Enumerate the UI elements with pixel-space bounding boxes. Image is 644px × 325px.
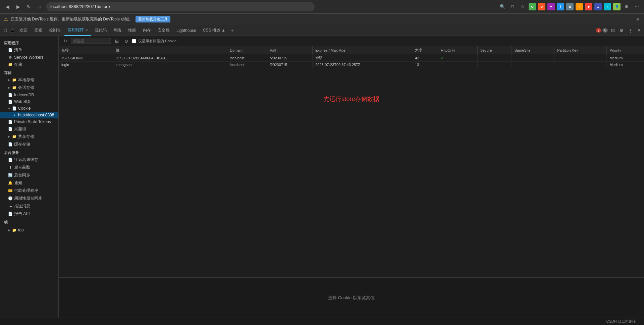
tab-application[interactable]: 应用程序 ✕	[64, 25, 91, 36]
sidebar-item-push-messages[interactable]: ☁ 推送消息	[0, 202, 58, 210]
sidebar-item-private-state[interactable]: 📄 Private State Tokens	[0, 118, 58, 125]
sidebar-item-local-storage[interactable]: ▶ 📁 本地存储	[0, 76, 58, 84]
tab-welcome[interactable]: 欢迎	[16, 25, 31, 36]
ext-icon-8[interactable]: 1	[594, 3, 602, 10]
tab-search-icon[interactable]: □	[508, 3, 517, 11]
table-row[interactable]: JSESSIONIDD5936CFB2B8A686FAF0BA3...local…	[59, 54, 644, 62]
forward-button[interactable]: ▶	[14, 3, 22, 11]
web-sql-icon: 📄	[8, 99, 13, 104]
add-tab-button[interactable]: ＋	[229, 27, 236, 34]
reload-button[interactable]: ↻	[25, 3, 33, 11]
ext-icon-1[interactable]: G	[529, 3, 536, 10]
browser-menu-icon[interactable]: ⋯	[633, 3, 641, 11]
sidebar-service-workers-label: Service Workers	[14, 55, 44, 60]
sidebar-item-shared-storage[interactable]: ▶ 📁 共享存储	[0, 133, 58, 141]
sidebar-item-notifications[interactable]: 🔔 通知	[0, 179, 58, 187]
ext-icon-3[interactable]: ✦	[547, 3, 555, 10]
cookie-filter-input[interactable]	[71, 38, 111, 44]
sidebar-item-cache-storage[interactable]: 📄 缓存存储	[0, 141, 58, 148]
tab-lighthouse[interactable]: Lighthouse	[173, 25, 200, 36]
main-content: ↻ ⊞ ⊘ 仅显示有问题的 Cookie 名称 值 Domain	[59, 36, 644, 318]
ext-icon-9[interactable]: ↑	[604, 3, 611, 10]
local-storage-arrow: ▶	[8, 78, 10, 82]
sidebar-item-reporting-api[interactable]: 📄 报告 API	[0, 210, 58, 218]
sidebar-item-service-workers[interactable]: ⚙ Service Workers	[0, 54, 58, 61]
table-row[interactable]: loginzhangsanlocalhost/202307152023-07-2…	[59, 62, 644, 68]
tab-memory[interactable]: 内存	[140, 25, 154, 36]
cookie-arrow: ▶	[8, 107, 11, 109]
sidebar-item-cookie-section[interactable]: ▶ 📄 Cookie	[0, 105, 58, 112]
tab-network[interactable]: 网络	[110, 25, 125, 36]
address-bar[interactable]: localhost:8888/20230715/store	[46, 2, 315, 11]
device-toolbar-button[interactable]: 📱	[9, 27, 16, 34]
ext-icon-6[interactable]: ≡	[576, 3, 583, 10]
table-cell: zhangsan	[113, 62, 227, 68]
table-cell: localhost	[227, 62, 267, 68]
ext-icon-7[interactable]: ▶	[585, 3, 592, 10]
clear-cookies-button[interactable]: ⊘	[122, 37, 130, 45]
back-button[interactable]: ◀	[3, 3, 11, 11]
sidebar-item-storage-overview[interactable]: 📁 存储	[0, 61, 58, 68]
sidebar-item-background-fetch[interactable]: ⬇ 后台获取	[0, 164, 58, 171]
close-notification-button[interactable]: ✕	[636, 17, 640, 22]
tab-css-overview[interactable]: CSS 概述 ▲	[200, 25, 229, 36]
dock-side-button[interactable]: ⊡	[609, 27, 616, 34]
ext-icon-10[interactable]: 👤	[613, 3, 621, 10]
tab-elements[interactable]: 元素	[31, 25, 46, 36]
table-cell	[477, 54, 512, 62]
sidebar-notifications-label: 通知	[14, 180, 22, 186]
ext-icon-5[interactable]: ⊞	[566, 3, 574, 10]
bookmark-icon[interactable]: ☆	[519, 3, 527, 11]
table-cell	[554, 62, 607, 68]
inspect-element-button[interactable]: ⬡	[1, 27, 9, 34]
table-cell: 会话	[313, 54, 412, 62]
devtools-tab-bar: ⬡ 📱 欢迎 元素 控制台 应用程序 ✕ 源代码 网络 性能 内存 安全性	[0, 25, 644, 36]
show-issues-label[interactable]: 仅显示有问题的 Cookie	[138, 39, 176, 44]
url-text: localhost:8888/20230715/store	[50, 4, 110, 9]
manifest-icon: 📄	[8, 48, 13, 53]
tab-performance[interactable]: 性能	[125, 25, 140, 36]
filter-options-button[interactable]: ⊞	[113, 37, 120, 45]
sidebar-manifest-label: 清单	[14, 47, 22, 53]
sidebar-item-background-sync[interactable]: 🔄 后台同步	[0, 171, 58, 179]
sidebar-item-web-sql[interactable]: 📄 Web SQL	[0, 98, 58, 105]
sidebar-push-messages-label: 推送消息	[14, 203, 30, 209]
sidebar-item-periodic-sync[interactable]: 🕐 周期性后台同步	[0, 195, 58, 202]
tab-welcome-label: 欢迎	[19, 28, 28, 33]
sidebar-private-state-label: Private State Tokens	[14, 119, 51, 124]
sidebar-item-payment-handler[interactable]: 💳 付款处理程序	[0, 187, 58, 195]
ext-icon-4[interactable]: i	[557, 3, 564, 10]
table-cell: JSESSIONID	[59, 54, 113, 62]
devtools-settings-icon[interactable]: ⚙	[623, 3, 631, 11]
cookie-toolbar: ↻ ⊞ ⊘ 仅显示有问题的 Cookie	[59, 36, 644, 46]
sidebar-item-cookie-localhost[interactable]: ● http://localhost:8888	[0, 112, 58, 118]
sidebar-section-frames: 帧	[0, 218, 58, 225]
reload-devtools-button[interactable]: 重新加载开发工具	[136, 16, 170, 22]
cookie-preview: 选择 Cookie 以预览其值	[59, 277, 644, 318]
cookie-table-header-row: 名称 值 Domain Path Expires / Max-Age 大小 Ht…	[59, 46, 644, 54]
sidebar-storage-label: 存储	[14, 62, 22, 67]
sidebar-item-session-storage[interactable]: ▶ 📁 会话存储	[0, 84, 58, 92]
sidebar-item-back-forward[interactable]: 📄 往返高速缓存	[0, 156, 58, 164]
sidebar-item-manifest[interactable]: 📄 清单	[0, 46, 58, 54]
sidebar-item-interest-groups[interactable]: 📄 兴趣组	[0, 125, 58, 133]
tab-security[interactable]: 安全性	[154, 25, 173, 36]
more-tools-button[interactable]: ⋮	[627, 27, 634, 34]
show-issues-checkbox[interactable]	[132, 39, 136, 43]
ext-icon-2[interactable]: D	[538, 3, 545, 10]
table-cell	[512, 62, 554, 68]
devtools-body: 应用程序 📄 清单 ⚙ Service Workers 📁 存储 存储 ▶ 📁 …	[0, 36, 644, 318]
refresh-cookies-button[interactable]: ↻	[61, 37, 69, 45]
performance-icon[interactable]: 🔍	[498, 3, 506, 11]
close-devtools-button[interactable]: ✕	[635, 27, 643, 34]
settings-button[interactable]: ⚙	[618, 27, 625, 34]
home-button[interactable]: ⌂	[36, 3, 44, 11]
tab-sources[interactable]: 源代码	[91, 25, 110, 36]
session-storage-arrow: ▶	[8, 86, 10, 89]
sidebar-item-indexeddb[interactable]: 📄 IndexedDB	[0, 92, 58, 98]
tab-application-close[interactable]: ✕	[85, 28, 88, 32]
reporting-api-icon: 📄	[8, 212, 13, 216]
tab-console[interactable]: 控制台	[46, 25, 64, 36]
col-domain: Domain	[227, 46, 267, 54]
sidebar-item-top-frame[interactable]: ▶ 📁 top	[0, 227, 58, 233]
